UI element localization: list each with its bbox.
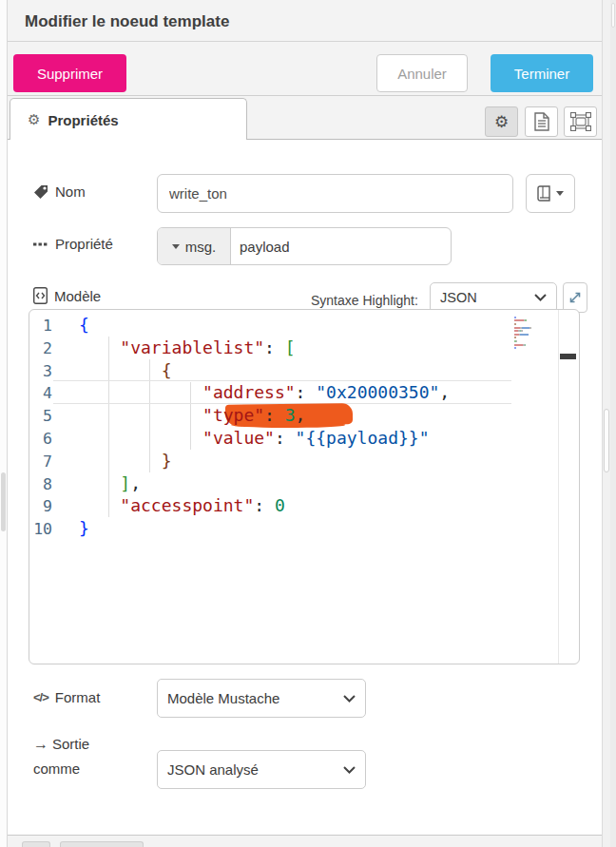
format-label: Format	[55, 689, 101, 705]
dialog-header: Modifier le noeud template	[8, 0, 602, 42]
code-line[interactable]: 1{	[29, 314, 579, 337]
line-number: 10	[29, 518, 79, 541]
chevron-down-icon	[534, 294, 547, 301]
ellipsis-icon	[33, 242, 48, 246]
output-select[interactable]: JSON analysé	[157, 750, 366, 789]
properties-view-button[interactable]: ⚙	[485, 106, 518, 137]
document-icon	[534, 112, 549, 131]
output-select-value: JSON analysé	[167, 761, 259, 778]
left-scrollbar-thumb[interactable]	[1, 472, 6, 531]
editor-scroll-column[interactable]	[558, 310, 579, 664]
description-view-button[interactable]	[525, 106, 558, 137]
output-label-row: →Sortie comme	[33, 732, 113, 781]
edge-scrollbar-track[interactable]	[610, 0, 616, 847]
line-number: 5	[29, 405, 79, 428]
file-code-icon	[33, 287, 48, 304]
template-label: Modèle	[54, 288, 101, 304]
tag-icon	[33, 184, 48, 200]
line-number: 9	[29, 495, 79, 518]
tab-properties[interactable]: ⚙ Propriétés	[10, 98, 247, 141]
property-value[interactable]: payload	[231, 228, 290, 264]
gear-icon: ⚙	[494, 112, 509, 132]
appearance-view-button[interactable]	[564, 106, 597, 137]
code-line[interactable]: 2 "variablelist": [	[29, 337, 579, 359]
gear-icon: ⚙	[28, 111, 40, 128]
line-number: 1	[29, 315, 79, 337]
footer-button[interactable]	[22, 841, 50, 847]
tab-properties-label: Propriétés	[48, 112, 118, 128]
done-button[interactable]: Terminer	[491, 54, 593, 92]
syntax-select-value: JSON	[440, 290, 477, 305]
page-scrollbar-thumb[interactable]	[604, 409, 609, 472]
line-number: 8	[29, 473, 79, 496]
dialog-title: Modifier le noeud template	[25, 12, 229, 31]
code-lines[interactable]: 1{2 "variablelist": [3 {4 "address": "0x…	[29, 314, 579, 540]
name-label: Nom	[55, 183, 86, 200]
code-line[interactable]: 3 {	[29, 359, 579, 382]
property-label: Propriété	[55, 236, 113, 252]
code-brackets-icon: </>	[33, 690, 48, 704]
line-number: 7	[29, 451, 79, 473]
property-prefix: msg.	[185, 239, 217, 255]
overview-ruler-marker	[560, 354, 576, 359]
name-input[interactable]	[157, 174, 513, 213]
chevron-down-icon	[556, 191, 564, 196]
line-number: 6	[29, 428, 79, 451]
property-type-selector[interactable]: msg.	[158, 228, 231, 264]
chevron-down-icon	[343, 766, 356, 774]
syntax-highlight-label: Syntaxe Highlight:	[311, 293, 418, 308]
dialog-footer	[8, 835, 602, 847]
editor-minimap[interactable]	[514, 316, 554, 350]
code-line[interactable]: 10}	[29, 517, 579, 540]
code-line[interactable]: 8 ],	[29, 472, 579, 495]
page-scrollbar-track[interactable]	[602, 0, 610, 847]
line-number: 4	[29, 382, 79, 405]
line-number: 2	[29, 337, 79, 360]
line-number: 3	[29, 360, 79, 383]
chevron-down-icon	[343, 695, 356, 703]
edit-template-dialog: Modifier le noeud template Supprimer Ann…	[8, 0, 602, 847]
dialog-button-row: Supprimer Annuler Terminer	[8, 43, 602, 96]
format-select-value: Modèle Mustache	[167, 690, 279, 706]
template-editor[interactable]: 1{2 "variablelist": [3 {4 "address": "0x…	[29, 309, 580, 664]
footer-button[interactable]	[60, 841, 144, 847]
code-line[interactable]: 5 "type": 3,	[29, 404, 579, 427]
property-typed-input[interactable]: msg. payload	[157, 227, 452, 265]
arrow-right-icon: →	[33, 736, 48, 752]
book-icon	[537, 185, 551, 202]
name-label-row: Nom	[33, 183, 86, 200]
properties-panel: Nom Propriété msg. payload	[8, 140, 602, 835]
tab-bar: ⚙ Propriétés ⚙	[8, 96, 602, 140]
left-scrollbar-track[interactable]	[0, 0, 8, 847]
code-line[interactable]: 7 }	[29, 450, 579, 472]
expand-icon	[568, 291, 582, 304]
code-line[interactable]: 4 "address": "0x20000350",	[29, 381, 579, 404]
property-label-row: Propriété	[33, 236, 113, 252]
chevron-down-icon	[172, 244, 180, 249]
library-button[interactable]	[526, 174, 575, 213]
format-label-row: </> Format	[33, 689, 100, 705]
cancel-button[interactable]: Annuler	[376, 54, 468, 92]
code-line[interactable]: 6 "value": "{{payload}}"	[29, 427, 579, 450]
appearance-icon	[570, 112, 591, 131]
delete-button[interactable]: Supprimer	[13, 54, 126, 92]
code-line[interactable]: 9 "accesspoint": 0	[29, 494, 579, 517]
edge-scrollbar-thumb[interactable]	[611, 3, 615, 28]
format-select[interactable]: Modèle Mustache	[157, 679, 366, 718]
template-label-row: Modèle	[33, 287, 101, 304]
